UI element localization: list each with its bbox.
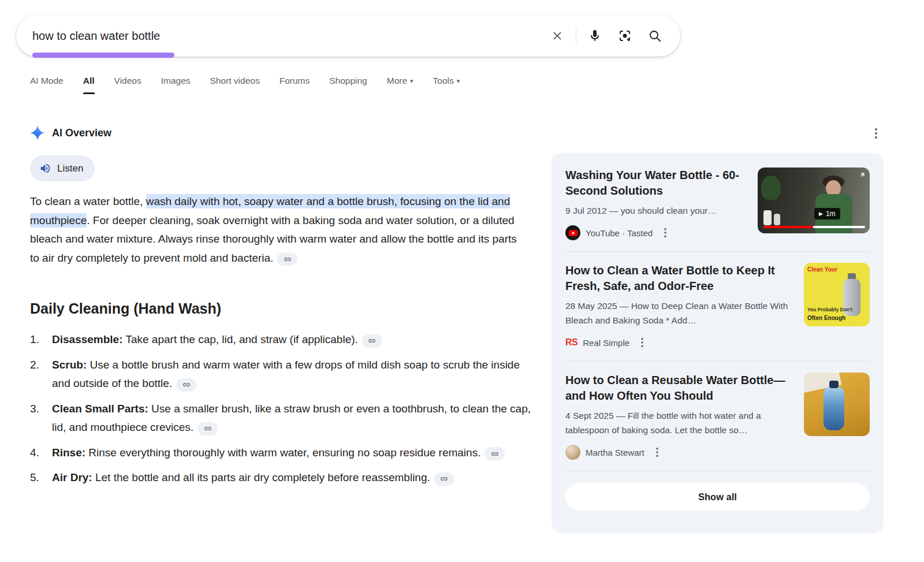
tab-label: More xyxy=(387,76,407,86)
lens-search-button[interactable] xyxy=(610,22,640,50)
step-number: 1. xyxy=(30,330,52,349)
tab-tools[interactable]: Tools▾ xyxy=(433,76,460,94)
vertical-divider xyxy=(576,28,576,43)
search-icon xyxy=(648,29,662,43)
link-icon xyxy=(284,255,292,263)
source-card: How to Clean a Water Bottle to Keep It F… xyxy=(565,263,870,350)
article-thumbnail[interactable]: Clean Your You Probably Don't Often Enou… xyxy=(804,263,870,326)
source-card: How to Clean a Reusable Water Bottle—and… xyxy=(565,373,870,460)
ai-overview-header: AI Overview xyxy=(30,125,111,140)
camera-lens-icon xyxy=(618,29,632,43)
thumbnail-text: You Probably Don't xyxy=(807,307,852,312)
video-thumbnail[interactable]: ▶1m xyxy=(758,168,870,233)
link-icon xyxy=(491,450,499,458)
card-divider xyxy=(565,361,870,362)
tab-all[interactable]: All xyxy=(83,76,95,94)
ai-overview-summary: To clean a water bottle, wash daily with… xyxy=(30,192,520,267)
cleaning-steps-list: 1. Disassemble: Take apart the cap, lid,… xyxy=(30,330,534,494)
source-snippet: 4 Sept 2025 — Fill the bottle with hot w… xyxy=(565,408,795,437)
search-bar: how to clean water bottle xyxy=(16,15,680,57)
card-divider xyxy=(565,471,870,471)
step-number: 2. xyxy=(30,356,52,393)
source-card-text: How to Clean a Water Bottle to Keep It F… xyxy=(565,263,795,350)
search-input[interactable]: how to clean water bottle xyxy=(32,29,542,43)
video-duration-badge: ▶1m xyxy=(814,208,840,219)
search-results-page: how to clean water bottle AI Mo xyxy=(0,0,924,562)
ai-overview-title: AI Overview xyxy=(52,127,111,139)
citation-link-chip[interactable] xyxy=(277,252,297,266)
source-title-link[interactable]: How to Clean a Reusable Water Bottle—and… xyxy=(565,373,795,403)
tab-label: Images xyxy=(161,76,191,86)
tab-videos[interactable]: Videos xyxy=(114,76,141,94)
sources-panel: Washing Your Water Bottle - 60-Second So… xyxy=(552,153,884,533)
source-options-button[interactable] xyxy=(635,335,650,350)
tab-shopping[interactable]: Shopping xyxy=(329,76,367,94)
tab-more[interactable]: More▾ xyxy=(387,76,413,94)
step-description: Use a bottle brush and warm water with a… xyxy=(52,359,520,390)
duration-label: 1m xyxy=(826,210,836,218)
show-all-button[interactable]: Show all xyxy=(565,483,870,511)
tab-label: AI Mode xyxy=(30,76,64,86)
more-options-icon xyxy=(664,228,666,237)
tab-short-videos[interactable]: Short videos xyxy=(210,76,260,94)
chevron-down-icon: ▾ xyxy=(457,77,460,85)
video-progress-fill xyxy=(763,226,813,228)
citation-link-chip[interactable] xyxy=(434,472,454,486)
step-text: Clean Small Parts: Use a smaller brush, … xyxy=(52,400,534,437)
tab-label: Videos xyxy=(114,76,141,86)
source-attribution: Martha Stewart xyxy=(565,445,795,460)
chevron-down-icon: ▾ xyxy=(410,77,413,85)
listen-button[interactable]: Listen xyxy=(30,155,95,181)
tab-label: Forums xyxy=(280,76,310,86)
step-label: Air Dry: xyxy=(52,471,92,483)
citation-link-chip[interactable] xyxy=(362,334,382,348)
source-name: YouTube · Tasted xyxy=(586,228,653,238)
tab-label: Tools xyxy=(433,76,454,86)
more-options-icon xyxy=(656,448,658,457)
summary-text: . For deeper cleaning, soak overnight wi… xyxy=(30,214,517,264)
tab-ai-mode[interactable]: AI Mode xyxy=(30,76,64,94)
citation-link-chip[interactable] xyxy=(176,378,196,392)
source-title-link[interactable]: Washing Your Water Bottle - 60-Second So… xyxy=(565,168,748,198)
step-label: Disassemble: xyxy=(52,333,123,345)
step-number: 5. xyxy=(30,468,52,487)
thumbnail-text: Often Enough xyxy=(807,315,845,321)
loading-progress-bar xyxy=(32,53,174,58)
list-item: 5. Air Dry: Let the bottle and all its p… xyxy=(30,468,534,487)
citation-link-chip[interactable] xyxy=(485,447,505,460)
summary-text: To clean a water bottle, xyxy=(30,195,146,207)
martha-stewart-avatar xyxy=(565,445,580,460)
list-item: 3. Clean Small Parts: Use a smaller brus… xyxy=(30,400,534,437)
tab-forums[interactable]: Forums xyxy=(280,76,310,94)
source-name: Real Simple xyxy=(583,338,629,348)
close-icon xyxy=(551,29,564,42)
ai-overview-options-button[interactable] xyxy=(867,125,885,142)
source-title-link[interactable]: How to Clean a Water Bottle to Keep It F… xyxy=(565,263,795,293)
thumbnail-decoration xyxy=(761,176,781,200)
source-snippet: 9 Jul 2012 — you should clean your… xyxy=(565,203,748,218)
list-item: 1. Disassemble: Take apart the cap, lid,… xyxy=(30,330,534,349)
section-heading: Daily Cleaning (Hand Wash) xyxy=(30,300,221,317)
list-item: 2. Scrub: Use a bottle brush and warm wa… xyxy=(30,356,534,393)
citation-link-chip[interactable] xyxy=(198,422,218,436)
clear-search-button[interactable] xyxy=(542,22,572,50)
source-attribution: RS Real Simple xyxy=(565,335,795,350)
source-options-button[interactable] xyxy=(658,225,673,240)
source-card-text: How to Clean a Reusable Water Bottle—and… xyxy=(565,373,795,460)
search-bar-actions xyxy=(542,22,670,50)
search-submit-button[interactable] xyxy=(640,22,670,50)
listen-label: Listen xyxy=(57,163,83,174)
step-text: Rinse: Rinse everything thoroughly with … xyxy=(52,444,505,463)
tab-label: Shopping xyxy=(329,76,367,86)
voice-search-button[interactable] xyxy=(580,22,610,50)
step-text: Disassemble: Take apart the cap, lid, an… xyxy=(52,330,382,349)
source-name: Martha Stewart xyxy=(586,448,644,457)
list-item: 4. Rinse: Rinse everything thoroughly wi… xyxy=(30,444,534,463)
tab-images[interactable]: Images xyxy=(161,76,191,94)
thumbnail-decoration xyxy=(763,210,772,225)
source-options-button[interactable] xyxy=(650,445,665,460)
tab-label: Short videos xyxy=(210,76,260,86)
article-thumbnail[interactable] xyxy=(804,373,870,436)
step-label: Rinse: xyxy=(52,446,85,459)
step-text: Air Dry: Let the bottle and all its part… xyxy=(52,468,454,487)
